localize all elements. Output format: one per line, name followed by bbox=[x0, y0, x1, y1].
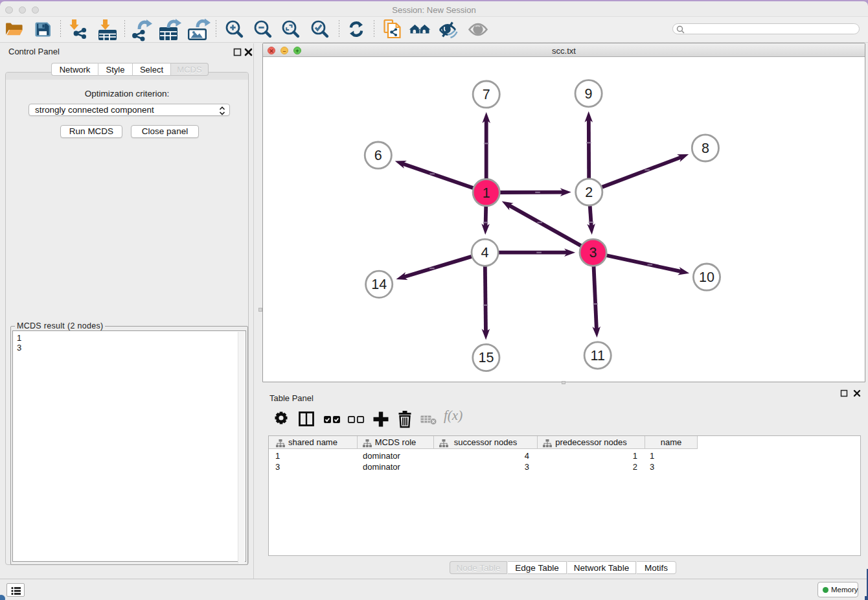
svg-text:8: 8 bbox=[702, 141, 709, 156]
svg-text:2: 2 bbox=[585, 185, 593, 200]
svg-text:14: 14 bbox=[371, 277, 387, 292]
svg-text:9: 9 bbox=[585, 86, 593, 102]
svg-text:11: 11 bbox=[591, 348, 605, 363]
svg-text:4: 4 bbox=[481, 245, 489, 260]
svg-text:7: 7 bbox=[483, 87, 490, 102]
svg-text:6: 6 bbox=[374, 148, 382, 163]
svg-text:15: 15 bbox=[478, 350, 494, 365]
svg-text:3: 3 bbox=[589, 245, 597, 260]
svg-text:10: 10 bbox=[699, 270, 714, 285]
svg-text:1: 1 bbox=[483, 185, 490, 201]
